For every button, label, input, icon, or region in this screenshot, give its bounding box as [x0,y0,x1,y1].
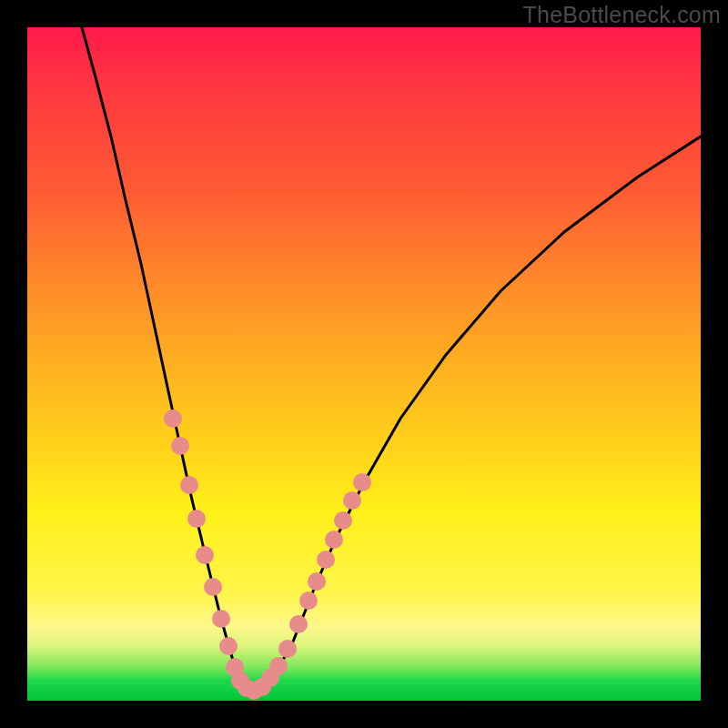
marker-point [187,510,206,528]
marker-point [269,657,288,675]
chart-svg [27,27,701,701]
chart-frame: TheBottleneck.com [0,0,728,728]
marker-point [353,473,371,491]
marker-point [325,531,343,549]
marker-point [278,640,297,658]
marker-point [317,551,335,569]
marker-point [289,615,308,633]
marker-point [164,410,182,428]
marker-point [180,476,198,494]
markers-group [164,410,371,700]
marker-point [196,546,214,564]
plot-area [27,27,701,701]
marker-point [219,637,238,655]
marker-point [212,610,230,628]
marker-point [334,511,352,530]
bottleneck-curve [82,27,701,692]
marker-point [171,437,189,455]
marker-point [299,592,318,610]
curve-path [82,27,701,692]
watermark-text: TheBottleneck.com [523,2,721,28]
marker-point [204,578,222,596]
marker-point [343,491,361,510]
marker-point [308,572,326,591]
